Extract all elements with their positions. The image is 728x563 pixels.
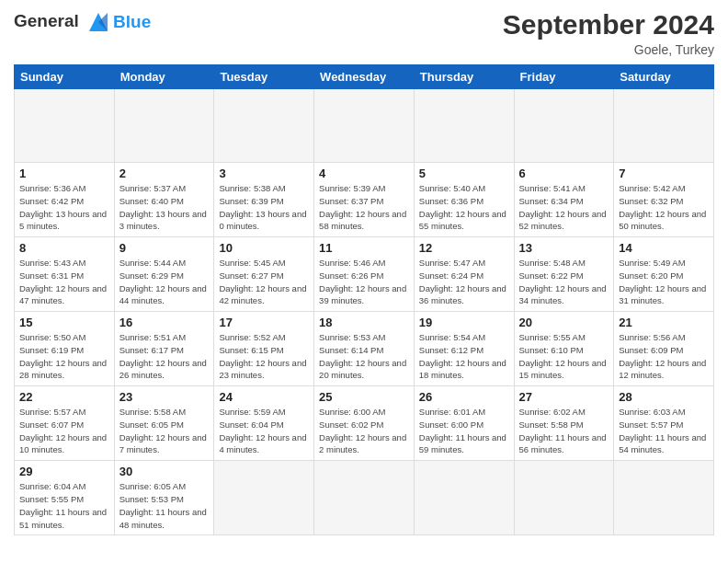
calendar-cell: 21Sunrise: 5:56 AM Sunset: 6:09 PM Dayli… xyxy=(614,312,714,386)
day-number: 7 xyxy=(619,167,709,180)
location-subtitle: Goele, Turkey xyxy=(503,42,714,57)
calendar-cell xyxy=(614,461,714,535)
day-info: Sunrise: 5:38 AM Sunset: 6:39 PM Dayligh… xyxy=(219,182,309,233)
calendar-cell: 19Sunrise: 5:54 AM Sunset: 6:12 PM Dayli… xyxy=(414,312,514,386)
day-info: Sunrise: 5:39 AM Sunset: 6:37 PM Dayligh… xyxy=(319,182,409,233)
logo-icon xyxy=(85,9,111,35)
day-info: Sunrise: 5:47 AM Sunset: 6:24 PM Dayligh… xyxy=(419,257,509,307)
day-info: Sunrise: 5:59 AM Sunset: 6:04 PM Dayligh… xyxy=(219,406,309,456)
calendar-cell xyxy=(114,89,214,163)
calendar-cell: 13Sunrise: 5:48 AM Sunset: 6:22 PM Dayli… xyxy=(514,237,614,312)
calendar-cell: 28Sunrise: 6:03 AM Sunset: 5:57 PM Dayli… xyxy=(614,386,714,461)
day-number: 1 xyxy=(19,167,109,180)
calendar-cell: 10Sunrise: 5:45 AM Sunset: 6:27 PM Dayli… xyxy=(214,237,314,312)
calendar-week-row: 15Sunrise: 5:50 AM Sunset: 6:19 PM Dayli… xyxy=(15,312,714,386)
day-number: 3 xyxy=(219,167,309,180)
header-monday: Monday xyxy=(114,65,214,89)
title-block: September 2024 Goele, Turkey xyxy=(503,9,714,57)
header-sunday: Sunday xyxy=(15,65,115,89)
day-number: 15 xyxy=(19,316,109,329)
day-number: 20 xyxy=(519,316,609,329)
day-info: Sunrise: 5:58 AM Sunset: 6:05 PM Dayligh… xyxy=(119,406,210,456)
calendar-cell: 16Sunrise: 5:51 AM Sunset: 6:17 PM Dayli… xyxy=(114,312,214,386)
day-info: Sunrise: 5:45 AM Sunset: 6:27 PM Dayligh… xyxy=(219,257,309,307)
day-info: Sunrise: 5:48 AM Sunset: 6:22 PM Dayligh… xyxy=(519,257,609,307)
calendar-week-row: 29Sunrise: 6:04 AM Sunset: 5:55 PM Dayli… xyxy=(15,461,714,535)
calendar-cell: 2Sunrise: 5:37 AM Sunset: 6:40 PM Daylig… xyxy=(114,163,214,237)
calendar-cell: 26Sunrise: 6:01 AM Sunset: 6:00 PM Dayli… xyxy=(414,386,514,461)
day-number: 12 xyxy=(419,241,509,255)
calendar-cell xyxy=(214,89,314,163)
calendar-cell: 17Sunrise: 5:52 AM Sunset: 6:15 PM Dayli… xyxy=(214,312,314,386)
calendar: SundayMondayTuesdayWednesdayThursdayFrid… xyxy=(14,64,714,535)
day-info: Sunrise: 6:02 AM Sunset: 5:58 PM Dayligh… xyxy=(519,406,609,456)
day-info: Sunrise: 6:05 AM Sunset: 5:53 PM Dayligh… xyxy=(119,480,210,531)
calendar-cell: 20Sunrise: 5:55 AM Sunset: 6:10 PM Dayli… xyxy=(514,312,614,386)
day-number: 29 xyxy=(19,465,109,478)
day-number: 17 xyxy=(219,316,309,329)
day-number: 4 xyxy=(319,167,409,180)
calendar-cell xyxy=(514,89,614,163)
day-number: 9 xyxy=(119,241,210,255)
header-saturday: Saturday xyxy=(614,65,714,89)
day-info: Sunrise: 5:54 AM Sunset: 6:12 PM Dayligh… xyxy=(419,331,509,382)
header-wednesday: Wednesday xyxy=(314,65,415,89)
calendar-cell: 18Sunrise: 5:53 AM Sunset: 6:14 PM Dayli… xyxy=(314,312,415,386)
calendar-cell: 6Sunrise: 5:41 AM Sunset: 6:34 PM Daylig… xyxy=(514,163,614,237)
calendar-cell: 23Sunrise: 5:58 AM Sunset: 6:05 PM Dayli… xyxy=(114,386,214,461)
day-number: 13 xyxy=(519,241,609,255)
day-number: 10 xyxy=(219,241,309,255)
calendar-cell xyxy=(314,461,415,535)
calendar-cell xyxy=(414,461,514,535)
calendar-cell: 27Sunrise: 6:02 AM Sunset: 5:58 PM Dayli… xyxy=(514,386,614,461)
calendar-cell: 22Sunrise: 5:57 AM Sunset: 6:07 PM Dayli… xyxy=(15,386,115,461)
day-info: Sunrise: 5:44 AM Sunset: 6:29 PM Dayligh… xyxy=(119,257,210,307)
day-info: Sunrise: 5:40 AM Sunset: 6:36 PM Dayligh… xyxy=(419,182,509,233)
day-info: Sunrise: 6:01 AM Sunset: 6:00 PM Dayligh… xyxy=(419,406,509,456)
day-number: 18 xyxy=(319,316,409,329)
header-tuesday: Tuesday xyxy=(214,65,314,89)
day-number: 25 xyxy=(319,390,409,404)
day-number: 16 xyxy=(119,316,210,329)
day-number: 27 xyxy=(519,390,609,404)
calendar-week-row: 22Sunrise: 5:57 AM Sunset: 6:07 PM Dayli… xyxy=(15,386,714,461)
calendar-cell xyxy=(314,89,415,163)
header: General Blue September 2024 Goele, Turke… xyxy=(14,9,714,57)
day-info: Sunrise: 6:04 AM Sunset: 5:55 PM Dayligh… xyxy=(19,480,109,531)
calendar-week-row: 8Sunrise: 5:43 AM Sunset: 6:31 PM Daylig… xyxy=(15,237,714,312)
month-title: September 2024 xyxy=(503,9,714,40)
day-info: Sunrise: 5:52 AM Sunset: 6:15 PM Dayligh… xyxy=(219,331,309,382)
calendar-header-row: SundayMondayTuesdayWednesdayThursdayFrid… xyxy=(15,65,714,89)
day-number: 2 xyxy=(119,167,210,180)
calendar-cell: 24Sunrise: 5:59 AM Sunset: 6:04 PM Dayli… xyxy=(214,386,314,461)
calendar-cell xyxy=(414,89,514,163)
day-info: Sunrise: 5:56 AM Sunset: 6:09 PM Dayligh… xyxy=(619,331,709,382)
calendar-cell: 4Sunrise: 5:39 AM Sunset: 6:37 PM Daylig… xyxy=(314,163,415,237)
day-info: Sunrise: 5:53 AM Sunset: 6:14 PM Dayligh… xyxy=(319,331,409,382)
calendar-cell: 12Sunrise: 5:47 AM Sunset: 6:24 PM Dayli… xyxy=(414,237,514,312)
day-info: Sunrise: 5:42 AM Sunset: 6:32 PM Dayligh… xyxy=(619,182,709,233)
day-number: 6 xyxy=(519,167,609,180)
calendar-cell: 1Sunrise: 5:36 AM Sunset: 6:42 PM Daylig… xyxy=(15,163,115,237)
calendar-cell xyxy=(514,461,614,535)
calendar-cell xyxy=(614,89,714,163)
day-number: 14 xyxy=(619,241,709,255)
day-number: 19 xyxy=(419,316,509,329)
calendar-week-row: 1Sunrise: 5:36 AM Sunset: 6:42 PM Daylig… xyxy=(15,163,714,237)
calendar-cell xyxy=(15,89,115,163)
calendar-cell: 11Sunrise: 5:46 AM Sunset: 6:26 PM Dayli… xyxy=(314,237,415,312)
day-info: Sunrise: 5:41 AM Sunset: 6:34 PM Dayligh… xyxy=(519,182,609,233)
calendar-cell: 14Sunrise: 5:49 AM Sunset: 6:20 PM Dayli… xyxy=(614,237,714,312)
day-number: 26 xyxy=(419,390,509,404)
day-info: Sunrise: 5:50 AM Sunset: 6:19 PM Dayligh… xyxy=(19,331,109,382)
calendar-cell xyxy=(214,461,314,535)
day-info: Sunrise: 5:49 AM Sunset: 6:20 PM Dayligh… xyxy=(619,257,709,307)
calendar-week-row xyxy=(15,89,714,163)
calendar-cell: 9Sunrise: 5:44 AM Sunset: 6:29 PM Daylig… xyxy=(114,237,214,312)
calendar-cell: 30Sunrise: 6:05 AM Sunset: 5:53 PM Dayli… xyxy=(114,461,214,535)
calendar-cell: 7Sunrise: 5:42 AM Sunset: 6:32 PM Daylig… xyxy=(614,163,714,237)
day-number: 5 xyxy=(419,167,509,180)
header-friday: Friday xyxy=(514,65,614,89)
day-number: 21 xyxy=(619,316,709,329)
day-info: Sunrise: 5:36 AM Sunset: 6:42 PM Dayligh… xyxy=(19,182,109,233)
